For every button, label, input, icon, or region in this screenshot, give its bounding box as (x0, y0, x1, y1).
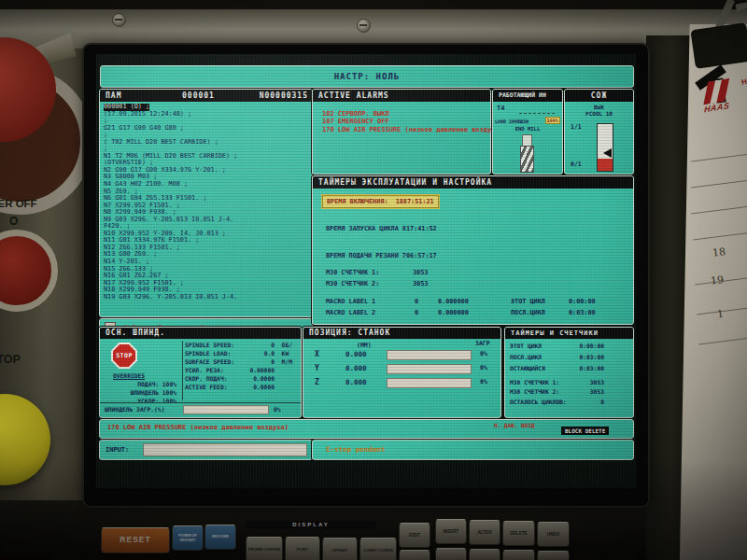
edit-key[interactable]: EDIT (399, 523, 430, 548)
spindle-override: ШПИНДЕЛЬ 100% (106, 389, 176, 396)
mode-key-partial[interactable] (399, 550, 430, 560)
coolant-gauge-pointer (603, 148, 612, 158)
end-mill-icon (520, 146, 534, 173)
spindle-row: SPINDLE LOAD:0.0 KW (185, 349, 297, 357)
undo-key[interactable]: UNDO (537, 522, 570, 547)
screw-icon (112, 13, 126, 27)
counter-row: ОСТАЮЩИЙСЯ0:03:00 (510, 365, 628, 371)
alarm-strip-text: 170 LOW AIR PRESSURE (низкое давление во… (107, 424, 289, 431)
program-line: N7 X299.952 F1501. ; (104, 203, 312, 210)
program-line: F429. ; (104, 223, 312, 231)
insert-key[interactable]: INSERT (435, 519, 467, 544)
program-line: N11 G01 X334.976 F1501. ; (104, 237, 312, 245)
display-section-label: DISPLAY (246, 521, 376, 529)
power-up-restart-key[interactable]: POWER UP RESTART (172, 525, 204, 551)
op-timers-title: ТАЙМЕРЫ ЭКСПЛУАТАЦИИ И НАСТРОЙКА (313, 176, 633, 189)
program-line: N2 G90 G17 G00 X334.976 Y-201. ; (104, 167, 312, 175)
input-field[interactable] (143, 443, 307, 456)
counter-row: ОСТАЛОСЬ ЦИКЛОВ:0 (510, 399, 628, 405)
spindle-load-bar (183, 405, 269, 414)
handwritten-note: 1 (716, 308, 725, 321)
curnt-comds-key[interactable]: CURNT COMDS (359, 538, 397, 560)
program-line: G21 G17 G90 G40 G80 ; (104, 125, 312, 133)
cnc-control-photo: POWER OFF O STOP G 18 19 1 HAAS H НАСТР:… (0, 0, 747, 560)
key-partial[interactable] (469, 549, 500, 560)
coolant-state: ВЫК (565, 104, 633, 110)
delete-key[interactable]: DELETE (502, 521, 535, 546)
tool-title: РАБОТАЮЩИЙ ИН (493, 90, 562, 102)
counter-row: М30 СЧЕТЧИК 2:3053 (510, 388, 628, 395)
macro-label2-row: MACRO LABEL 200.000000ПОСЛ.ЦИКЛ0:03:00 (326, 309, 596, 316)
program-line: N17 X299.952 F1501. ; (104, 280, 312, 287)
spindle-row: SPINDLE SPEED:0 ОБ/ (185, 341, 297, 349)
m30-counter2-row: М30 СЧЕТЧИК 2:3053 (326, 280, 428, 287)
alarm-item: 107 EMERGENCY OFF (322, 118, 490, 125)
power-off-label: POWER OFF (0, 198, 65, 209)
program-panel[interactable]: ПАМ 000001 N00000315 000001 (O) ; (17.09… (99, 89, 313, 317)
tool-load-value: 100% (545, 117, 561, 124)
coolant-scale-bottom: 0/1 (571, 161, 582, 168)
spindle-load-label: ШПИНДЕЛЬ ЗАГР.(%) (105, 406, 164, 413)
key-partial[interactable] (537, 551, 570, 560)
posit-key[interactable]: POSIT (285, 537, 320, 560)
spindle-row: УСИЛ. РЕЗА:0.00000 (185, 366, 297, 374)
tool-load-label: LOAD 200ВШЗН (495, 119, 529, 124)
prgrm-convrs-key[interactable]: PRGRM CONVRS (246, 537, 283, 560)
m30-counter1-row: М30 СЧЕТЧИК 1:3053 (326, 269, 428, 276)
overrides-label: OVERRIDES (113, 372, 145, 379)
program-listing: (17.09.2015 12:24:48) ;;G21 G17 G90 G40 … (104, 111, 312, 301)
program-mode: ПАМ (106, 91, 121, 100)
handwritten-note: 19 (710, 273, 724, 287)
program-line: N1 T2 M06 (MILL D20 BEST CARBIDE) ; (104, 153, 312, 161)
alarm-strip-short: Н. ДАВ. ВОЗД (494, 422, 534, 428)
program-line: ; (104, 132, 312, 139)
coolant-name: PCOOL 10 (565, 110, 633, 117)
timers-counters-title: ТАЙМЕРЫ И СЧЕТЧИКИ (505, 328, 633, 339)
spindle-row: SURFACE SPEED:0 М/М (185, 357, 297, 366)
timers-counters-panel: ТАЙМЕРЫ И СЧЕТЧИКИ ЭТОТ ЦИКЛ0:00:00 ПОСЛ… (504, 327, 634, 418)
tool-divider (519, 113, 555, 114)
program-cursor-line: N00000315 (260, 90, 308, 102)
program-line: N18 X299.949 F938. ; (104, 287, 312, 294)
recover-key[interactable]: RECOVER (204, 525, 236, 550)
program-line: ; (104, 118, 312, 125)
clipboard-clip (690, 22, 747, 69)
alarms-title: ACTIVE ALARMS (313, 90, 490, 102)
program-highlight-line: 000001 (O) ; (104, 104, 149, 111)
tool-type: END MILL (493, 126, 562, 132)
key-partial[interactable] (435, 548, 467, 560)
coolant-panel: СОЖ ВЫК PCOOL 10 1/1 0/1 (564, 89, 634, 175)
program-line: N5 Z69. ; (104, 189, 312, 196)
macro-label1-row: MACRO LABEL 100.000000ЭТОТ ЦИКЛ0:00:00 (326, 298, 596, 305)
haas-logo: HAAS H (700, 78, 735, 115)
feed-cut-time-row: ВРЕМЯ ПОДАЧИ РЕЗАНИ 706:57:17 (326, 252, 437, 259)
axis-load-bar (387, 350, 472, 360)
mode-bar: НАСТР: НОЛЬ (100, 65, 634, 88)
program-line: N8 X299.949 F938. ; (104, 209, 312, 217)
axis-load-bar (387, 378, 472, 388)
key-partial[interactable] (502, 550, 535, 560)
program-line: N14 Y-201. ; (104, 259, 312, 266)
jog-label: G (2, 544, 9, 554)
tool-number: T4 (497, 105, 504, 112)
estop-note-panel: E-stop pendant (312, 440, 634, 460)
op-timers-panel: ТАЙМЕРЫ ЭКСПЛУАТАЦИИ И НАСТРОЙКА ВРЕМЯ В… (312, 175, 634, 325)
input-panel: INPUT: (99, 440, 313, 460)
coolant-gauge (597, 123, 613, 172)
counter-row: М30 СЧЕТЧИК 1:3053 (510, 379, 628, 385)
alter-key[interactable]: ALTER (469, 520, 500, 545)
program-line: ; (104, 146, 312, 153)
program-line: (17.09.2015 12:24:48) ; (104, 111, 312, 119)
offset-key[interactable]: OFFSET (322, 538, 358, 560)
active-alarms-panel: ACTIVE ALARMS 102 СЕРВОПР. ВЫКЛ 107 EMER… (312, 89, 491, 175)
reset-key[interactable]: RESET (101, 527, 170, 553)
input-label: INPUT: (106, 446, 129, 454)
active-tool-panel: РАБОТАЮЩИЙ ИН T4 LOAD 200ВШЗН 100% END M… (492, 89, 563, 175)
feed-override: ПОДАЧ: 100% (106, 381, 176, 387)
position-load-col: ЗАГР (475, 340, 490, 347)
power-on-time-row[interactable]: ВРЕМЯ ВКЛЮЧЕНИЯ: 1887:51:21 (322, 195, 439, 208)
program-line: N9 G03 X296. Y-205.013 I0.051 J-4. (104, 217, 312, 224)
spindle-title: ОСН. ШПИНД. (100, 328, 301, 339)
estop-note-text: E-stop pendant (326, 445, 385, 454)
alarm-item: 170 LOW AIR PRESSURE (низкое давление во… (322, 126, 490, 133)
